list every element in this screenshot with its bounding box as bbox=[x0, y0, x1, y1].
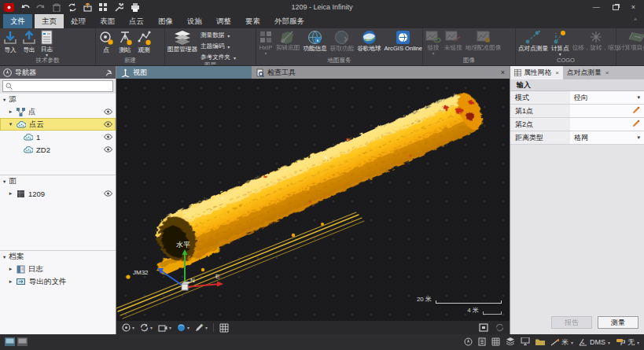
expander-icon[interactable]: ▾ bbox=[3, 97, 6, 103]
status-grid-icon[interactable] bbox=[491, 337, 500, 348]
report-button[interactable]: 报告 bbox=[551, 316, 592, 329]
tab-point-clouds[interactable]: 点云 bbox=[122, 14, 151, 28]
p2p-measure-button[interactable]: 点对点测量 bbox=[517, 29, 550, 52]
tree-section-source-header[interactable]: ▾ 源 bbox=[0, 94, 116, 105]
apps-grid-icon[interactable] bbox=[98, 2, 109, 13]
pick-point-pencil-icon[interactable] bbox=[632, 106, 640, 116]
arcgis-online-button[interactable]: ArcGIS Online bbox=[383, 29, 425, 52]
export-button[interactable]: 导出 bbox=[20, 29, 39, 53]
expander-icon[interactable]: ▾ bbox=[3, 254, 6, 260]
tab-imaging[interactable]: 图像 bbox=[151, 14, 180, 28]
log-button[interactable]: 日志 ▾ bbox=[39, 29, 55, 57]
status-layers-icon[interactable] bbox=[506, 337, 515, 347]
shift-rotate-scale-button[interactable]: 位移，旋转，缩放 bbox=[571, 29, 622, 51]
tab-point-to-point[interactable]: 点对点测量 × bbox=[563, 66, 613, 79]
style-selector[interactable]: 无 ▾ bbox=[616, 337, 639, 348]
redo-icon[interactable] bbox=[35, 2, 46, 13]
collapse-ribbon-button[interactable]: ^ bbox=[634, 17, 637, 24]
tab-home[interactable]: 主页 bbox=[35, 14, 64, 28]
display-options-dropdown[interactable]: ▾ bbox=[122, 323, 134, 332]
visibility-eye-icon[interactable] bbox=[104, 133, 112, 142]
tree-item-reports[interactable]: ▸ 日志 bbox=[0, 263, 116, 275]
point1-field[interactable] bbox=[570, 105, 644, 117]
view-direction-dropdown[interactable]: ▾ bbox=[158, 324, 171, 332]
tree-item-point-clouds[interactable]: ▾ 点云 bbox=[0, 118, 116, 131]
compute-project-coordinates-button[interactable]: 计算项目坐标 bbox=[617, 29, 644, 51]
navigator-search-input[interactable] bbox=[15, 83, 110, 90]
tab-surfaces[interactable]: 表面 bbox=[93, 14, 122, 28]
new-station-button[interactable]: 测站 bbox=[116, 29, 134, 53]
mode-select[interactable]: 径向 ▾ bbox=[570, 91, 644, 104]
import-button[interactable]: 导入 bbox=[1, 29, 20, 53]
refresh-view-button[interactable] bbox=[495, 323, 504, 332]
status-log-icon[interactable] bbox=[478, 337, 486, 348]
new-observation-button[interactable]: 观测 bbox=[134, 29, 153, 53]
close-viewport-tab-icon[interactable]: × bbox=[501, 68, 505, 76]
new-point-button[interactable]: 点 bbox=[97, 29, 116, 53]
theme-code-dropdown[interactable]: 主题编码▾ bbox=[201, 42, 236, 50]
clip-basemap-button[interactable]: 剪辑底图 bbox=[274, 29, 301, 51]
minimize-button[interactable]: — bbox=[593, 3, 600, 11]
expander-icon[interactable]: ▾ bbox=[3, 179, 6, 185]
survey-data-dropdown[interactable]: 测量数据▾ bbox=[201, 31, 236, 39]
tab-infrastructure[interactable]: 设施 bbox=[180, 14, 209, 28]
length-unit-selector[interactable]: 米 ▾ bbox=[550, 337, 573, 348]
style-brush-dropdown[interactable]: ▾ bbox=[195, 323, 208, 332]
reference-folder-dropdown[interactable]: 参考文件夹▾ bbox=[201, 53, 236, 61]
georeference-image-button[interactable]: 地理配准图像 bbox=[464, 29, 503, 51]
visibility-eye-icon[interactable] bbox=[104, 190, 112, 198]
tree-item-cloud-1[interactable]: 1 bbox=[0, 131, 116, 143]
google-earth-button[interactable]: 谷歌地球 bbox=[355, 29, 382, 52]
point2-field[interactable] bbox=[570, 118, 644, 131]
fit-view-button[interactable] bbox=[479, 323, 488, 332]
sync-icon[interactable] bbox=[67, 2, 77, 13]
tree-section-surfaces-header[interactable]: ▾ 面 bbox=[0, 175, 116, 187]
tree-item-points[interactable]: ▸ 点 bbox=[0, 105, 116, 118]
print-icon[interactable] bbox=[130, 2, 140, 13]
restore-button[interactable] bbox=[613, 5, 619, 10]
settings-wrench-icon[interactable] bbox=[114, 2, 124, 13]
tab-property-grid[interactable]: 属性网格 × bbox=[510, 66, 563, 79]
close-panel-icon[interactable]: × bbox=[605, 69, 609, 76]
tab-adjustments[interactable]: 调整 bbox=[209, 14, 238, 28]
close-panel-icon[interactable]: × bbox=[555, 69, 559, 76]
visibility-eye-icon[interactable] bbox=[104, 108, 112, 116]
get-features-button[interactable]: 获取功能 bbox=[329, 29, 355, 52]
visibility-eye-icon[interactable] bbox=[104, 146, 112, 154]
feature-info-button[interactable]: 功能信息 bbox=[301, 29, 328, 52]
window-layout-alt-icon[interactable] bbox=[17, 335, 28, 349]
3d-scene[interactable]: JM32 水平 N E bbox=[116, 79, 510, 321]
expander-icon[interactable]: ▸ bbox=[8, 190, 13, 197]
layer-manager-button[interactable]: 图层管理器 bbox=[166, 29, 199, 53]
grid-toggle-button[interactable] bbox=[219, 323, 229, 333]
tree-item-exported-files[interactable]: ▸ 导出的文件 bbox=[0, 275, 116, 288]
delete-icon[interactable] bbox=[51, 2, 61, 13]
hxip-button[interactable]: HxIP ▾ bbox=[257, 29, 274, 55]
pick-point-pencil-icon[interactable] bbox=[632, 120, 640, 129]
expander-icon[interactable]: ▸ bbox=[8, 109, 13, 115]
tab-inspection-tools[interactable]: 检查工具 × bbox=[252, 66, 510, 79]
status-folder-icon[interactable] bbox=[535, 338, 545, 347]
expander-icon[interactable]: ▸ bbox=[8, 266, 13, 272]
tab-features[interactable]: 要素 bbox=[238, 14, 267, 28]
pin-icon[interactable] bbox=[105, 69, 112, 76]
tree-item-cloud-zd2[interactable]: ZD2 bbox=[0, 143, 116, 156]
link-image-button[interactable]: 链接 ▾ bbox=[424, 29, 443, 55]
expander-icon[interactable]: ▾ bbox=[8, 121, 13, 127]
undo-icon[interactable] bbox=[20, 2, 30, 13]
orbit-mode-dropdown[interactable]: ▾ bbox=[140, 323, 153, 332]
measure-button[interactable]: 测量 bbox=[598, 316, 638, 329]
publish-icon[interactable] bbox=[83, 2, 93, 13]
tab-file[interactable]: 文件 bbox=[3, 14, 32, 28]
expander-icon[interactable]: ▸ bbox=[8, 278, 13, 285]
visibility-eye-icon[interactable] bbox=[104, 120, 112, 129]
window-layout-icon[interactable] bbox=[5, 335, 15, 349]
angle-unit-selector[interactable]: DMS ▾ bbox=[579, 338, 610, 346]
distance-type-select[interactable]: 格网 ▾ bbox=[570, 131, 644, 144]
tab-processing[interactable]: 处理 bbox=[64, 14, 93, 28]
close-button[interactable]: × bbox=[631, 3, 635, 11]
status-display-icon[interactable] bbox=[521, 337, 530, 347]
tree-section-archive-header[interactable]: ▾ 档案 bbox=[0, 251, 116, 263]
point-cloud-render-dropdown[interactable]: ▾ bbox=[177, 323, 190, 332]
tab-external-services[interactable]: 外部服务 bbox=[267, 14, 311, 28]
